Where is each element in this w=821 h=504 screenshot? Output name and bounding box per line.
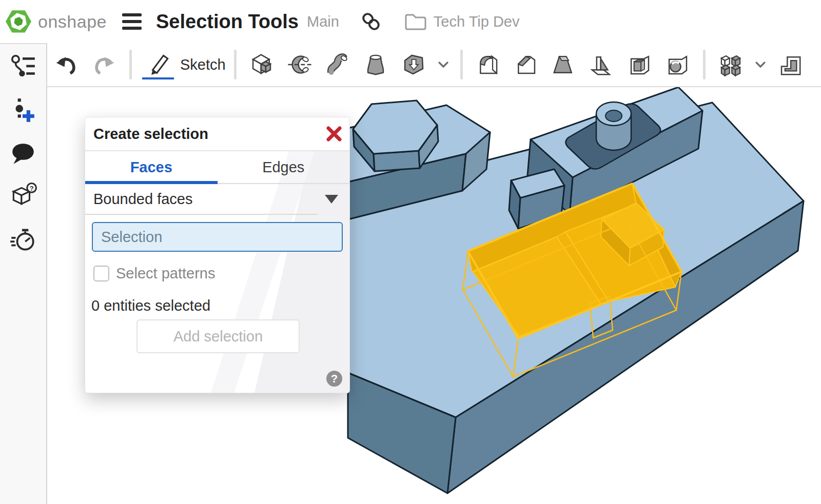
linear-pattern-icon [717,51,744,78]
hole-tool-button[interactable] [659,50,697,79]
dialog-tabs: Faces Edges [85,151,349,184]
pencil-icon [144,51,172,78]
app-header: onshape Selection Tools Main Tech Tip De… [0,0,821,43]
svg-text:?: ? [29,185,33,192]
extrude-tool-button[interactable] [243,50,281,79]
feature-list-icon [9,53,37,81]
face-type-dropdown[interactable]: Bounded faces [85,184,318,215]
undo-icon [53,51,80,78]
share-link-icon[interactable] [360,10,382,33]
add-selection-button[interactable]: Add selection [136,319,300,353]
tab-edges[interactable]: Edges [218,151,350,183]
sketch-label: Sketch [180,56,226,73]
chevron-down-icon[interactable] [435,56,452,73]
sweep-tool-button[interactable] [319,50,357,79]
selection-input[interactable]: Selection [92,222,343,252]
entities-selected-status: 0 entities selected [91,297,349,314]
add-selection-label: Add selection [173,328,263,345]
logo-wordmark: onshape [38,12,107,32]
stopwatch-icon [9,226,37,253]
project-name: Tech Tip Dev [434,13,520,30]
thicken-tool-button[interactable] [395,50,433,79]
draft-tool-button[interactable] [545,50,583,79]
document-sidebar: ? [0,43,47,504]
rib-tool-button[interactable] [583,50,621,79]
redo-button[interactable] [85,50,123,79]
fillet-tool-button[interactable] [469,50,507,79]
toolbar-divider [129,50,132,79]
sidebar-item-comments[interactable] [7,137,39,169]
shell-tool-button[interactable] [621,50,659,79]
revolve-tool-button[interactable] [281,50,319,79]
close-icon [326,126,342,142]
help-button[interactable]: ? [326,371,342,387]
toolbar-divider [703,50,706,79]
loft-tool-button[interactable] [357,50,395,79]
sketch-active-underline [142,77,174,79]
onshape-logo[interactable]: onshape [5,8,107,35]
toolbar-divider [460,50,463,79]
comment-icon [9,139,37,167]
tab-edges-label: Edges [262,159,304,176]
workspace-name[interactable]: Main [307,13,339,30]
select-patterns-row: Select patterns [93,265,349,282]
redo-icon [91,51,118,78]
feature-toolbar: Sketch [47,43,821,87]
close-dialog-button[interactable] [323,123,345,145]
sidebar-item-feature-list[interactable] [7,51,39,83]
tab-faces[interactable]: Faces [85,151,218,183]
dialog-title: Create selection [93,126,323,143]
draft-icon [551,51,577,78]
chamfer-icon [513,51,539,78]
toolbar-divider [234,50,237,79]
document-title: Selection Tools [156,11,299,33]
cube-question-icon: ? [9,183,37,210]
chamfer-tool-button[interactable] [507,50,545,79]
sketch-button[interactable]: Sketch [140,49,226,80]
hole-icon [664,51,691,78]
create-selection-dialog: Create selection Faces Edges Bounded fac… [85,117,350,393]
thicken-icon [400,51,427,78]
rib-icon [589,51,615,78]
dialog-title-bar: Create selection [85,117,349,151]
extrude-icon [248,51,275,78]
select-patterns-checkbox[interactable] [93,266,109,281]
help-icon: ? [331,372,338,386]
chevron-down-icon[interactable] [752,56,769,73]
boolean-icon [777,51,804,78]
sidebar-item-performance[interactable] [7,224,39,255]
sidebar-item-insert[interactable] [7,94,39,126]
selection-placeholder: Selection [101,229,162,246]
onshape-logo-icon [5,8,32,35]
dropdown-caret-icon [325,195,338,204]
revolve-icon [286,51,313,78]
boolean-tool-button[interactable] [771,50,809,79]
insert-item-icon [9,96,37,124]
linear-pattern-tool-button[interactable] [712,50,750,79]
sidebar-item-part-info[interactable]: ? [7,180,39,212]
folder-icon [404,11,427,32]
select-patterns-label: Select patterns [116,265,215,282]
fillet-icon [475,51,501,78]
shell-icon [627,51,653,78]
sweep-icon [324,51,351,78]
hamburger-menu-icon[interactable] [122,13,142,30]
undo-button[interactable] [47,50,85,79]
tab-faces-label: Faces [130,159,172,176]
project-folder[interactable]: Tech Tip Dev [404,11,520,32]
loft-icon [362,51,389,78]
face-type-value: Bounded faces [93,191,325,208]
